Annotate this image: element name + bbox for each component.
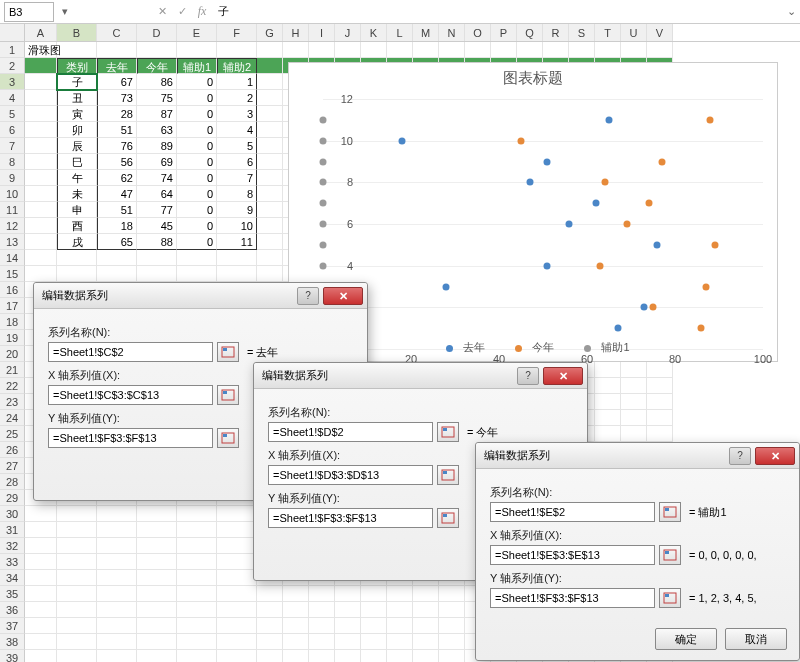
cell[interactable] — [439, 634, 465, 650]
cell[interactable]: 6 — [217, 154, 257, 170]
cell[interactable] — [217, 506, 257, 522]
y-values-input[interactable]: =Sheet1!$F$3:$F$13 — [48, 428, 213, 448]
cell[interactable] — [335, 42, 361, 58]
cell[interactable] — [57, 266, 97, 282]
cell[interactable] — [361, 634, 387, 650]
close-button[interactable]: ✕ — [755, 447, 795, 465]
row-header-38[interactable]: 38 — [0, 634, 25, 650]
row-header-19[interactable]: 19 — [0, 330, 25, 346]
cell[interactable]: 63 — [137, 122, 177, 138]
cell[interactable] — [97, 250, 137, 266]
series-name-input[interactable]: =Sheet1!$D$2 — [268, 422, 433, 442]
cell[interactable] — [283, 618, 309, 634]
cell[interactable] — [137, 602, 177, 618]
cell[interactable] — [217, 570, 257, 586]
cell[interactable] — [335, 618, 361, 634]
cell[interactable] — [257, 250, 283, 266]
cell[interactable] — [257, 650, 283, 662]
cell[interactable]: 51 — [97, 202, 137, 218]
row-header-16[interactable]: 16 — [0, 282, 25, 298]
cell[interactable]: 69 — [137, 154, 177, 170]
cell[interactable] — [283, 42, 309, 58]
cell[interactable]: 辰 — [57, 138, 97, 154]
cell[interactable]: 0 — [177, 138, 217, 154]
cell[interactable] — [177, 602, 217, 618]
cell[interactable] — [335, 634, 361, 650]
cell[interactable]: 77 — [137, 202, 177, 218]
range-picker-button[interactable] — [659, 588, 681, 608]
cell[interactable]: 戌 — [57, 234, 97, 250]
row-header-11[interactable]: 11 — [0, 202, 25, 218]
cell[interactable] — [25, 234, 57, 250]
help-button[interactable]: ? — [729, 447, 751, 465]
cell[interactable] — [97, 538, 137, 554]
cell[interactable] — [177, 634, 217, 650]
col-header-O[interactable]: O — [465, 24, 491, 41]
cell[interactable] — [595, 362, 621, 378]
cell[interactable]: 86 — [137, 74, 177, 90]
col-header-L[interactable]: L — [387, 24, 413, 41]
row-header-33[interactable]: 33 — [0, 554, 25, 570]
cell[interactable] — [137, 266, 177, 282]
cell[interactable] — [25, 586, 57, 602]
cell[interactable] — [25, 618, 57, 634]
row-header-22[interactable]: 22 — [0, 378, 25, 394]
cell[interactable] — [97, 554, 137, 570]
ok-button[interactable]: 确定 — [655, 628, 717, 650]
cell[interactable] — [569, 42, 595, 58]
row-header-4[interactable]: 4 — [0, 90, 25, 106]
cell[interactable]: 今年 — [137, 58, 177, 74]
cell[interactable]: 未 — [57, 186, 97, 202]
row-header-8[interactable]: 8 — [0, 154, 25, 170]
cell[interactable] — [595, 426, 621, 442]
cell[interactable] — [439, 586, 465, 602]
cell[interactable] — [543, 42, 569, 58]
col-header-U[interactable]: U — [621, 24, 647, 41]
cell[interactable] — [621, 378, 647, 394]
cell[interactable] — [137, 42, 177, 58]
row-header-10[interactable]: 10 — [0, 186, 25, 202]
cell[interactable]: 去年 — [97, 58, 137, 74]
cell[interactable] — [361, 42, 387, 58]
range-picker-button[interactable] — [217, 342, 239, 362]
range-picker-button[interactable] — [659, 502, 681, 522]
cell[interactable] — [647, 394, 673, 410]
cell[interactable] — [25, 186, 57, 202]
cell[interactable] — [177, 42, 217, 58]
cell[interactable]: 88 — [137, 234, 177, 250]
row-header-35[interactable]: 35 — [0, 586, 25, 602]
cell[interactable] — [137, 634, 177, 650]
cell[interactable] — [25, 138, 57, 154]
cell[interactable] — [257, 74, 283, 90]
cell[interactable] — [57, 634, 97, 650]
cell[interactable] — [257, 90, 283, 106]
row-header-20[interactable]: 20 — [0, 346, 25, 362]
cell[interactable] — [257, 586, 283, 602]
cell[interactable]: 1 — [217, 74, 257, 90]
range-picker-button[interactable] — [217, 385, 239, 405]
cell[interactable] — [25, 650, 57, 662]
cell[interactable] — [137, 650, 177, 662]
cell[interactable] — [283, 634, 309, 650]
cell[interactable] — [97, 634, 137, 650]
cancel-icon[interactable]: ✕ — [152, 5, 172, 18]
cell[interactable] — [283, 586, 309, 602]
cell[interactable] — [177, 266, 217, 282]
cell[interactable] — [97, 570, 137, 586]
cell[interactable] — [257, 618, 283, 634]
cell[interactable] — [137, 618, 177, 634]
cell[interactable] — [621, 394, 647, 410]
cell[interactable]: 5 — [217, 138, 257, 154]
row-header-24[interactable]: 24 — [0, 410, 25, 426]
cell[interactable] — [257, 154, 283, 170]
cell[interactable]: 8 — [217, 186, 257, 202]
cell[interactable] — [137, 522, 177, 538]
cell[interactable] — [57, 618, 97, 634]
cell[interactable]: 滑珠图 — [25, 42, 57, 58]
cell[interactable] — [25, 538, 57, 554]
row-header-23[interactable]: 23 — [0, 394, 25, 410]
col-header-V[interactable]: V — [647, 24, 673, 41]
cell[interactable]: 0 — [177, 122, 217, 138]
cell[interactable] — [439, 602, 465, 618]
range-picker-button[interactable] — [437, 508, 459, 528]
